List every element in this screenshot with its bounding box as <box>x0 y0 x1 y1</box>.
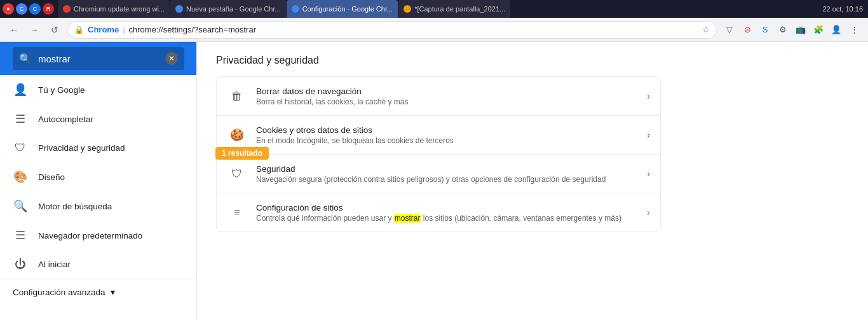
back-button[interactable]: ← <box>6 22 22 38</box>
search-icon: 🔍 <box>19 53 32 65</box>
sidebar-item-tu-y-google-label: Tú y Google <box>38 85 85 95</box>
sidebar-item-autocompletar[interactable]: ☰ Autocompletar <box>0 104 196 134</box>
search-input[interactable] <box>38 53 159 64</box>
tab-4-favicon <box>403 5 411 13</box>
star-icon[interactable]: ☆ <box>702 25 710 34</box>
url-separator: | <box>123 25 125 34</box>
config-sitios-highlight: mostrar <box>394 214 421 223</box>
cast-button[interactable]: 📺 <box>793 22 808 38</box>
sidebar-item-motor-label: Motor de búsqueda <box>38 202 112 211</box>
config-sitios-title: Configuración de sitios <box>256 203 642 212</box>
taskbar: ● C C R Chromium update wrong wi... Nuev… <box>0 0 868 18</box>
config-sitios-desc-after: los sitios (ubicación, cámara, ventanas … <box>421 214 621 223</box>
tab-4[interactable]: *[Captura de pantalla_2021... <box>398 0 510 18</box>
chrome-label: Chrome <box>88 25 119 34</box>
settings-item-config-sitios-text: Configuración de sitios Controla qué inf… <box>256 203 642 223</box>
lock-icon: 🔒 <box>74 25 84 34</box>
advanced-label: Configuración avanzada <box>13 288 105 297</box>
borrar-title: Borrar datos de navegación <box>256 87 642 96</box>
tab-3-label: Configuración - Google Chr... <box>302 5 393 13</box>
tab-4-label: *[Captura de pantalla_2021... <box>414 5 505 13</box>
red-icon: R <box>43 3 54 15</box>
settings-item-borrar-text: Borrar datos de navegación Borra el hist… <box>256 87 642 106</box>
cookie-icon: 🍪 <box>227 125 247 145</box>
chromium-icon: C <box>29 3 41 15</box>
address-bar-actions: ☆ <box>702 25 710 34</box>
sidebar-item-navegador[interactable]: ☰ Navegador predeterminado <box>0 221 196 250</box>
sidebar-advanced[interactable]: Configuración avanzada ▾ <box>0 279 196 305</box>
sidebar: 🔍 ✕ 👤 Tú y Google ☰ Autocompletar 🛡 Priv… <box>0 42 197 320</box>
menu-button[interactable]: ⋮ <box>846 22 862 38</box>
browser-chrome: ← → ↺ 🔒 Chrome | chrome://settings/?sear… <box>0 18 868 42</box>
tab-1-favicon <box>63 5 71 13</box>
autocompletar-icon: ☰ <box>13 112 28 126</box>
adblock-button[interactable]: ⊘ <box>740 22 755 38</box>
sliders-icon: ≡ <box>227 202 247 223</box>
profile-button[interactable]: 👤 <box>829 22 844 38</box>
security-shield-icon: 🛡 <box>227 163 247 184</box>
tab-3[interactable]: Configuración - Google Chr... <box>287 0 398 18</box>
clear-search-button[interactable]: ✕ <box>165 52 178 65</box>
system-icon-1: ● <box>3 3 14 15</box>
browser-icon: ☰ <box>13 228 28 242</box>
sidebar-item-privacidad-label: Privacidad y seguridad <box>38 143 125 153</box>
config-sitios-desc: Controla qué información pueden usar y m… <box>256 214 642 223</box>
settings-item-seguridad[interactable]: 1 resultado 🛡 Seguridad Navegación segur… <box>217 155 660 193</box>
refresh-button[interactable]: ↺ <box>47 22 62 38</box>
taskbar-datetime: 22 oct, 10:16 <box>822 5 863 13</box>
content-area: Privacidad y seguridad 🗑 Borrar datos de… <box>197 42 868 320</box>
config-sitios-arrow-icon: › <box>647 207 650 218</box>
browser-tools: ▽ ⊘ S ⚙ 📺 🧩 👤 ⋮ <box>722 22 862 38</box>
section-title: Privacidad y seguridad <box>216 55 849 66</box>
sidebar-item-privacidad[interactable]: 🛡 Privacidad y seguridad <box>0 134 196 162</box>
config-sitios-desc-before: Controla qué información pueden usar y <box>256 214 394 223</box>
sidebar-item-navegador-label: Navegador predeterminado <box>38 231 142 240</box>
settings-item-borrar-datos[interactable]: 🗑 Borrar datos de navegación Borra el hi… <box>217 77 660 116</box>
sidebar-item-autocompletar-label: Autocompletar <box>38 115 93 124</box>
sidebar-item-al-iniciar[interactable]: ⏻ Al iniciar <box>0 250 196 279</box>
cookies-title: Cookies y otros datos de sitios <box>256 125 642 135</box>
settings-list: 🗑 Borrar datos de navegación Borra el hi… <box>216 76 661 232</box>
forward-button[interactable]: → <box>27 22 42 38</box>
edit-button[interactable]: S <box>757 22 773 38</box>
tab-2[interactable]: Nueva pestaña - Google Chr... <box>170 0 286 18</box>
main-layout: 🔍 ✕ 👤 Tú y Google ☰ Autocompletar 🛡 Priv… <box>0 42 868 320</box>
sidebar-item-al-iniciar-label: Al iniciar <box>38 260 71 269</box>
tab-3-favicon <box>292 5 299 13</box>
shield-icon: 🛡 <box>13 141 28 155</box>
seguridad-desc: Navegación segura (protección contra sit… <box>256 175 642 184</box>
seguridad-title: Seguridad <box>256 164 642 174</box>
tab-2-favicon <box>175 5 183 13</box>
search-wrapper: 🔍 ✕ <box>13 47 184 70</box>
borrar-desc: Borra el historial, las cookies, la cach… <box>256 97 642 106</box>
sidebar-item-diseno[interactable]: 🎨 Diseño <box>0 162 196 191</box>
url-text: chrome://settings/?search=mostrar <box>129 25 257 34</box>
magnifier-icon: 🔍 <box>13 199 28 213</box>
seguridad-arrow-icon: › <box>647 169 650 179</box>
puzzle-button[interactable]: 🧩 <box>811 22 826 38</box>
trash-icon: 🗑 <box>227 86 247 106</box>
address-bar[interactable]: 🔒 Chrome | chrome://settings/?search=mos… <box>67 21 717 39</box>
tab-1-label: Chromium update wrong wi... <box>74 5 165 13</box>
browser-tabs: Chromium update wrong wi... Nueva pestañ… <box>55 0 821 18</box>
person-icon: 👤 <box>13 83 28 97</box>
tab-2-label: Nueva pestaña - Google Chr... <box>186 5 281 13</box>
taskbar-right: 22 oct, 10:16 <box>822 5 865 13</box>
power-icon: ⏻ <box>13 258 28 271</box>
chevron-down-icon: ▾ <box>111 287 115 297</box>
settings-tool-button[interactable]: ⚙ <box>775 22 790 38</box>
sidebar-item-tu-y-google[interactable]: 👤 Tú y Google <box>0 75 196 104</box>
filter-tool-button[interactable]: ▽ <box>722 22 737 38</box>
cookies-desc: En el modo Incógnito, se bloquean las co… <box>256 136 642 145</box>
tab-1[interactable]: Chromium update wrong wi... <box>58 0 170 18</box>
sidebar-item-motor[interactable]: 🔍 Motor de búsqueda <box>0 191 196 221</box>
palette-icon: 🎨 <box>13 170 28 184</box>
settings-search-bar: 🔍 ✕ <box>0 42 196 75</box>
settings-item-cookies[interactable]: 🍪 Cookies y otros datos de sitios En el … <box>217 116 660 155</box>
chrome-icon: C <box>16 3 27 15</box>
settings-item-config-sitios[interactable]: ≡ Configuración de sitios Controla qué i… <box>217 193 660 232</box>
sidebar-item-diseno-label: Diseño <box>38 172 65 182</box>
borrar-arrow-icon: › <box>647 91 650 101</box>
result-badge: 1 resultado <box>215 147 269 160</box>
taskbar-system-icons: ● C C R <box>3 3 54 15</box>
